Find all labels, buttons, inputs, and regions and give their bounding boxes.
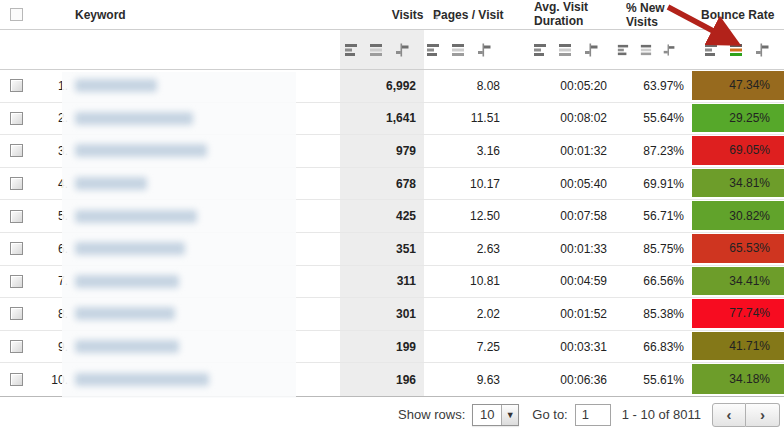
row-rank: 4. <box>40 168 68 200</box>
avg-visit-duration-value: 00:01:33 <box>510 233 617 265</box>
row-checkbox[interactable] <box>10 242 23 255</box>
avg-visit-duration-value: 00:04:59 <box>510 266 617 298</box>
next-page-button[interactable]: › <box>746 403 780 427</box>
row-rank: 2. <box>40 103 68 135</box>
keyword-redacted[interactable] <box>75 373 209 386</box>
duration-pivot-view-icon[interactable] <box>583 43 599 57</box>
row-rank: 9. <box>40 331 68 363</box>
row-checkbox[interactable] <box>10 210 23 223</box>
pct-new-visits-value: 69.91% <box>617 168 692 200</box>
keyword-redacted[interactable] <box>75 210 197 223</box>
duration-comparison-view-icon[interactable] <box>558 43 574 57</box>
visits-header-label: Visits <box>392 8 424 22</box>
keyword-redacted[interactable] <box>75 112 193 125</box>
keyword-redacted[interactable] <box>75 307 175 320</box>
row-rank: 10. <box>40 363 68 396</box>
avg-visit-duration-column-header[interactable]: Avg. Visit Duration <box>510 1 617 29</box>
pages-comparison-view-icon[interactable] <box>451 43 467 57</box>
row-rank: 6. <box>40 233 68 265</box>
keyword-redacted[interactable] <box>75 79 157 92</box>
pages-per-visit-value: 3.16 <box>424 135 510 167</box>
table-row: 9. 199 7.25 00:03:31 66.83% 41.71% <box>0 331 784 364</box>
pct-new-visits-value: 85.75% <box>617 233 692 265</box>
pages-per-visit-value: 8.08 <box>424 70 510 102</box>
select-all-checkbox[interactable] <box>10 8 23 21</box>
visits-value: 6,992 <box>340 70 424 102</box>
row-checkbox[interactable] <box>10 373 23 386</box>
row-checkbox[interactable] <box>10 112 23 125</box>
dropdown-caret-icon[interactable]: ▼ <box>501 405 518 425</box>
pages-per-visit-value: 11.51 <box>424 103 510 135</box>
keyword-redacted[interactable] <box>75 340 179 353</box>
row-checkbox[interactable] <box>10 79 23 92</box>
pages-bar-view-icon[interactable] <box>426 43 442 57</box>
column-view-toolbar <box>0 30 784 70</box>
avg-visit-duration-value: 00:07:58 <box>510 200 617 232</box>
pct-new-visits-column-header[interactable]: % New Visits <box>617 1 692 29</box>
keyword-redacted[interactable] <box>75 275 179 288</box>
keyword-redacted[interactable] <box>75 144 207 157</box>
bounce-rate-cell: 29.25% <box>692 104 784 133</box>
table-row: 6. 351 2.63 00:01:33 85.75% 65.53% <box>0 233 784 266</box>
bounce-rate-column-header[interactable]: Bounce Rate <box>692 8 784 22</box>
bounce-rate-cell: 34.41% <box>692 267 784 296</box>
avg-visit-duration-value: 00:06:36 <box>510 363 617 396</box>
newvisits-bar-view-icon[interactable] <box>617 43 631 57</box>
bounce-rate-cell: 47.34% <box>692 71 784 100</box>
duration-bar-view-icon[interactable] <box>533 43 549 57</box>
bounce-pivot-view-icon[interactable] <box>754 43 770 57</box>
avg-visit-duration-value: 00:03:31 <box>510 331 617 363</box>
show-rows-select[interactable]: 10 ▼ <box>472 404 519 426</box>
pages-pivot-view-icon[interactable] <box>476 43 492 57</box>
row-checkbox[interactable] <box>10 340 23 353</box>
avg-visit-duration-value: 00:05:40 <box>510 168 617 200</box>
pages-per-visit-value: 2.02 <box>424 298 510 330</box>
avg-visit-duration-value: 00:08:02 <box>510 103 617 135</box>
pct-new-visits-value: 66.56% <box>617 266 692 298</box>
visits-value: 199 <box>340 331 424 363</box>
newvisits-comparison-view-icon[interactable] <box>640 43 654 57</box>
bounce-bar-view-icon[interactable] <box>704 43 720 57</box>
table-row: 1. 6,992 8.08 00:05:20 63.97% 47.34% <box>0 70 784 103</box>
visits-comparison-view-icon[interactable] <box>369 43 385 57</box>
previous-page-button[interactable]: ‹ <box>712 403 746 427</box>
keyword-redacted[interactable] <box>75 242 185 255</box>
goto-page-input[interactable]: 1 <box>575 404 611 426</box>
pct-new-visits-value: 56.71% <box>617 200 692 232</box>
analytics-keyword-table: Keyword Visits ↓ Pages / Visit Avg. Visi… <box>0 0 784 436</box>
pct-new-visits-value: 87.23% <box>617 135 692 167</box>
newvisits-pivot-view-icon[interactable] <box>662 43 676 57</box>
bounce-rate-cell: 69.05% <box>692 136 784 165</box>
bounce-comparison-view-icon-active[interactable] <box>729 43 745 57</box>
row-range-text: 1 - 10 of 8011 <box>622 407 701 422</box>
visits-bar-view-icon[interactable] <box>344 43 360 57</box>
sort-descending-icon: ↓ <box>434 7 441 22</box>
row-checkbox[interactable] <box>10 307 23 320</box>
pages-per-visit-value: 12.50 <box>424 200 510 232</box>
row-checkbox[interactable] <box>10 275 23 288</box>
pagination-footer: Show rows: 10 ▼ Go to: 1 1 - 10 of 8011 … <box>0 397 784 433</box>
row-rank: 1. <box>40 70 68 102</box>
visits-value: 196 <box>340 363 424 396</box>
row-rank: 3. <box>40 135 68 167</box>
visits-value: 678 <box>340 168 424 200</box>
keyword-column-header[interactable]: Keyword <box>68 8 340 22</box>
avg-visit-duration-value: 00:05:20 <box>510 70 617 102</box>
pct-new-visits-value: 66.83% <box>617 331 692 363</box>
row-checkbox[interactable] <box>10 177 23 190</box>
pages-per-visit-value: 7.25 <box>424 331 510 363</box>
keyword-redacted[interactable] <box>75 177 147 190</box>
row-checkbox[interactable] <box>10 144 23 157</box>
table-header-row: Keyword Visits ↓ Pages / Visit Avg. Visi… <box>0 0 784 30</box>
visits-value: 351 <box>340 233 424 265</box>
visits-pivot-view-icon[interactable] <box>394 43 410 57</box>
bounce-rate-cell: 34.18% <box>692 364 784 394</box>
table-row: 7. 311 10.81 00:04:59 66.56% 34.41% <box>0 266 784 299</box>
avg-visit-duration-value: 00:01:32 <box>510 135 617 167</box>
pct-new-visits-value: 55.61% <box>617 363 692 396</box>
table-row: 5. 425 12.50 00:07:58 56.71% 30.82% <box>0 200 784 233</box>
chevron-right-icon: › <box>760 406 765 423</box>
table-row: 4. 678 10.17 00:05:40 69.91% 34.81% <box>0 168 784 201</box>
visits-column-header[interactable]: Visits ↓ <box>340 7 424 22</box>
visits-value: 311 <box>340 266 424 298</box>
